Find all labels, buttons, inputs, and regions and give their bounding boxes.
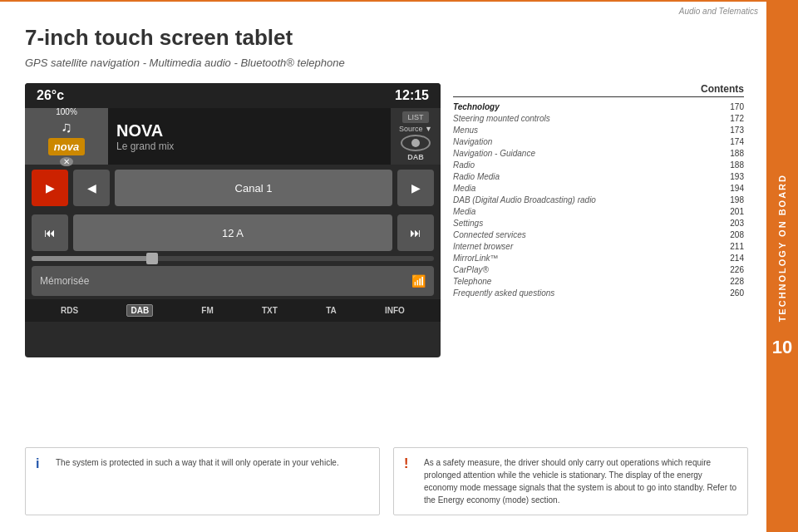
contents-row: Media201 — [453, 205, 744, 217]
station-subtitle: Le grand mix — [116, 140, 382, 152]
radio-percent: 100% — [56, 107, 77, 116]
contents-item-page: 188 — [723, 160, 744, 170]
source-icon[interactable] — [401, 135, 431, 151]
dab-button[interactable]: DAB — [126, 304, 153, 317]
contents-item-label: Steering mounted controls — [453, 114, 550, 123]
contents-rows: Technology170Steering mounted controls17… — [453, 101, 744, 298]
contents-item-label: Frequently asked questions — [453, 288, 554, 298]
list-button[interactable]: LIST — [402, 111, 428, 123]
contents-item-label: Radio — [453, 160, 475, 170]
radio-bottom-bar: RDS DAB FM TXT TA INFO — [25, 299, 441, 322]
contents-item-page: 228 — [723, 277, 744, 286]
station-name: NOVA — [116, 121, 382, 140]
info-box-1: i The system is protected in such a way … — [25, 447, 380, 515]
contents-item-page: 194 — [723, 184, 744, 193]
info-box-2: ! As a safety measure, the driver should… — [393, 447, 748, 515]
contents-item-label: MirrorLink™ — [453, 254, 498, 263]
radio-logo: nova — [48, 138, 85, 155]
channel2-label: 12 A — [222, 227, 244, 239]
play-icon: ▶ — [46, 181, 55, 195]
contents-row: Radio Media193 — [453, 170, 744, 182]
screen-top-bar: 26°c 12:15 — [25, 83, 441, 108]
music-icon: ♫ — [61, 119, 72, 136]
info-icon: i — [36, 456, 47, 471]
radio-info-bar: 100% ♫ nova ✕ NOVA Le grand mix LIST Sou… — [25, 108, 441, 165]
contents-row: Navigation - Guidance188 — [453, 147, 744, 159]
next-button[interactable]: ▶ — [397, 170, 434, 206]
contents-item-page: 188 — [723, 149, 744, 158]
ta-button[interactable]: TA — [326, 306, 337, 315]
close-icon: ✕ — [60, 157, 73, 166]
contents-row: Technology170 — [453, 101, 744, 112]
sidebar-number: 10 — [772, 337, 792, 358]
contents-table: Contents Technology170Steering mounted c… — [453, 83, 744, 298]
screen-display: 26°c 12:15 100% ♫ nova ✕ NOVA Le grand m… — [25, 83, 441, 357]
contents-item-page: 174 — [723, 137, 744, 146]
top-divider — [0, 0, 766, 2]
contents-item-page: 260 — [723, 288, 744, 298]
section-title: Audio and Telematics — [679, 7, 758, 16]
contents-row: Internet browser211 — [453, 240, 744, 252]
contents-item-label: Menus — [453, 126, 478, 135]
sidebar: TECHNOLOGY on BOARD 10 — [766, 0, 798, 532]
controls-row-2: ⏮ 12 A ⏭ — [25, 211, 441, 254]
sidebar-label: TECHNOLOGY on BOARD — [777, 174, 787, 322]
contents-item-page: 198 — [723, 195, 744, 204]
contents-item-label: Connected services — [453, 230, 526, 239]
source-dot — [411, 139, 420, 147]
channel2-display: 12 A — [73, 214, 392, 251]
contents-item-label: Navigation - Guidance — [453, 149, 535, 158]
contents-row: Radio188 — [453, 159, 744, 170]
contents-item-label: Media — [453, 207, 475, 216]
memorisee-label: Mémorisée — [40, 275, 89, 287]
screen-time: 12:15 — [395, 88, 429, 103]
rds-button[interactable]: RDS — [61, 306, 78, 315]
fm-button[interactable]: FM — [201, 306, 213, 315]
mem-row: Mémorisée 📶 — [25, 263, 441, 299]
next-icon: ▶ — [411, 181, 421, 195]
contents-item-page: 203 — [723, 219, 744, 228]
radio-logo-area: 100% ♫ nova ✕ — [25, 108, 108, 165]
contents-item-page: 208 — [723, 230, 744, 239]
contents-row: Media194 — [453, 182, 744, 194]
prev-button[interactable]: ◀ — [73, 170, 110, 206]
progress-fill — [32, 256, 152, 261]
contents-item-label: Navigation — [453, 137, 492, 146]
contents-item-label: Settings — [453, 219, 483, 228]
dab-label: DAB — [407, 153, 424, 161]
contents-row: Steering mounted controls172 — [453, 112, 744, 124]
contents-row: DAB (Digital Audio Broadcasting) radio19… — [453, 194, 744, 205]
rewind-icon: ⏮ — [44, 226, 56, 239]
page-subtitle: GPS satellite navigation - Multimedia au… — [25, 57, 345, 69]
prev-icon: ◀ — [87, 181, 96, 195]
contents-item-page: 170 — [723, 102, 744, 111]
txt-button[interactable]: TXT — [262, 306, 278, 315]
channel-display: Canal 1 — [115, 170, 392, 206]
main-content: Audio and Telematics 7-inch touch screen… — [0, 0, 766, 532]
fast-forward-icon: ⏭ — [410, 226, 421, 239]
contents-row: Menus173 — [453, 124, 744, 135]
signal-icon: 📶 — [411, 274, 426, 288]
info-boxes: i The system is protected in such a way … — [25, 447, 748, 515]
source-dab-area[interactable]: LIST Source ▼ DAB — [391, 108, 441, 165]
source-label: Source ▼ — [399, 125, 432, 133]
contents-item-page: 193 — [723, 172, 744, 181]
rewind-button[interactable]: ⏮ — [32, 214, 68, 251]
slider-row — [25, 254, 441, 263]
contents-item-label: Telephone — [453, 277, 491, 286]
fast-forward-button[interactable]: ⏭ — [397, 214, 434, 251]
info-button[interactable]: INFO — [385, 306, 405, 315]
contents-row: CarPlay®226 — [453, 264, 744, 275]
radio-station-info: NOVA Le grand mix — [108, 108, 391, 165]
contents-item-label: Radio Media — [453, 172, 500, 181]
warning-icon: ! — [404, 456, 416, 471]
progress-track[interactable] — [32, 256, 434, 261]
play-button[interactable]: ▶ — [32, 170, 68, 206]
contents-header: Contents — [453, 83, 744, 97]
contents-row: Frequently asked questions260 — [453, 287, 744, 298]
contents-item-label: CarPlay® — [453, 265, 489, 274]
screen-temperature: 26°c — [37, 88, 64, 103]
slider-thumb[interactable] — [146, 253, 158, 264]
memorisee-button[interactable]: Mémorisée 📶 — [32, 266, 434, 296]
contents-item-label: Technology — [453, 102, 500, 111]
